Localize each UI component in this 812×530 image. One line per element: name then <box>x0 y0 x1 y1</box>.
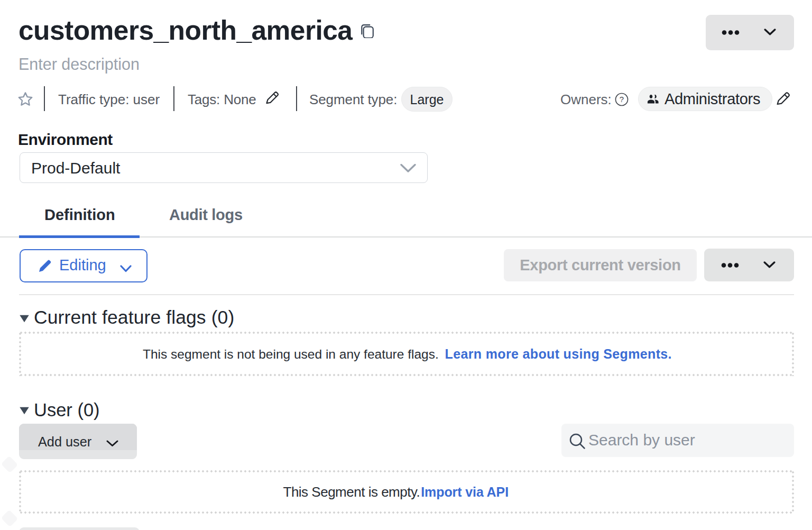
svg-text:?: ? <box>620 95 624 104</box>
